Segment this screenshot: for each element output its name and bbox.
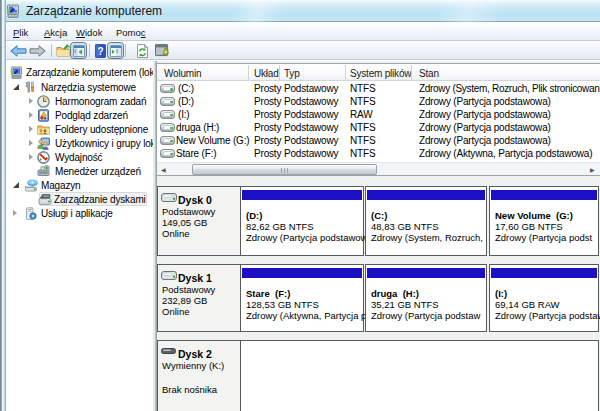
svg-text:?: ? [98,45,104,56]
